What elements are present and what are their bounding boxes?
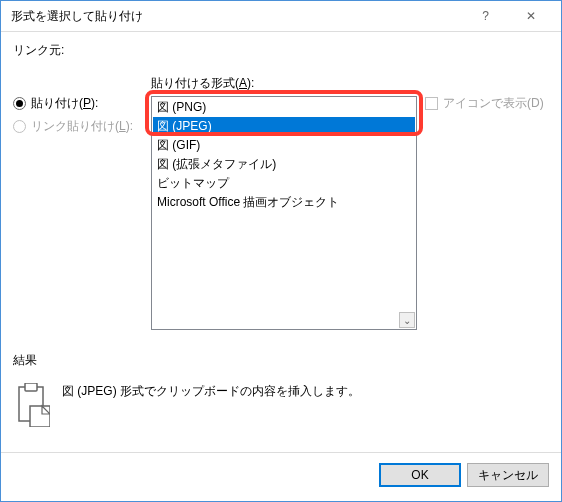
icon-display-label: アイコンで表示(D) (443, 95, 544, 112)
close-button[interactable]: ✕ (508, 1, 553, 32)
svg-rect-1 (25, 383, 37, 391)
cancel-button-label: キャンセル (478, 467, 538, 484)
help-button[interactable]: ? (463, 1, 508, 32)
result-text: 図 (JPEG) 形式でクリップボードの内容を挿入します。 (62, 377, 360, 400)
svg-rect-2 (30, 406, 50, 427)
radio-paste-link-label: リンク貼り付け(L): (31, 118, 133, 135)
result-label: 結果 (13, 352, 545, 369)
dialog-title: 形式を選択して貼り付け (11, 8, 463, 25)
list-item[interactable]: 図 (拡張メタファイル) (153, 155, 415, 174)
checkbox-icon (425, 97, 438, 110)
list-item[interactable]: 図 (PNG) (153, 98, 415, 117)
radio-paste-label: 貼り付け(P): (31, 95, 98, 112)
right-column: アイコンで表示(D) (425, 75, 545, 330)
format-column: 貼り付ける形式(A): 図 (PNG) 図 (JPEG) 図 (GIF) 図 (… (151, 75, 417, 330)
main-row: 貼り付け(P): リンク貼り付け(L): 貼り付ける形式(A): 図 (PNG)… (13, 75, 545, 330)
radio-dot-icon (13, 120, 26, 133)
format-list-label: 貼り付ける形式(A): (151, 75, 417, 92)
radio-group: 貼り付け(P): リンク貼り付け(L): (13, 75, 143, 330)
radio-dot-icon (13, 97, 26, 110)
radio-paste-link: リンク貼り付け(L): (13, 118, 143, 135)
radio-paste[interactable]: 貼り付け(P): (13, 95, 143, 112)
clipboard-icon (15, 383, 50, 427)
list-item[interactable]: ビットマップ (153, 174, 415, 193)
ok-button[interactable]: OK (379, 463, 461, 487)
dialog-content: リンク元: 貼り付け(P): リンク貼り付け(L): 貼り付ける形式(A): 図… (1, 32, 561, 452)
titlebar: 形式を選択して貼り付け ? ✕ (1, 1, 561, 32)
list-item[interactable]: Microsoft Office 描画オブジェクト (153, 193, 415, 212)
format-listbox[interactable]: 図 (PNG) 図 (JPEG) 図 (GIF) 図 (拡張メタファイル) ビッ… (151, 96, 417, 330)
help-icon: ? (482, 9, 489, 23)
close-icon: ✕ (526, 9, 536, 23)
scroll-down-icon[interactable]: ⌄ (399, 312, 415, 328)
list-item[interactable]: 図 (JPEG) (153, 117, 415, 136)
cancel-button[interactable]: キャンセル (467, 463, 549, 487)
result-body: 図 (JPEG) 形式でクリップボードの内容を挿入します。 (13, 377, 545, 427)
dialog-footer: OK キャンセル (1, 452, 561, 501)
format-listbox-wrap: 図 (PNG) 図 (JPEG) 図 (GIF) 図 (拡張メタファイル) ビッ… (151, 96, 417, 330)
icon-display-checkbox: アイコンで表示(D) (425, 95, 545, 112)
ok-button-label: OK (411, 468, 428, 482)
result-section: 結果 図 (JPEG) 形式でクリップボードの内容を挿入します。 (13, 352, 545, 427)
list-item[interactable]: 図 (GIF) (153, 136, 415, 155)
source-label: リンク元: (13, 42, 545, 59)
